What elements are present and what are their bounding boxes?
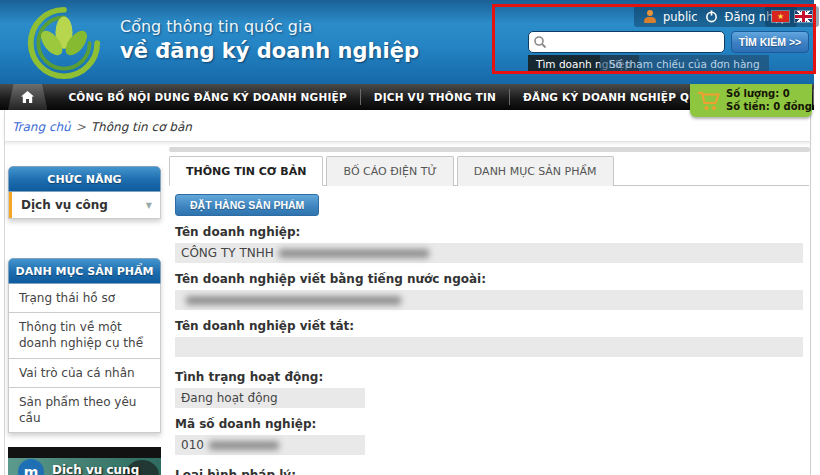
field-loai-hinh: Loại hình pháp lý: Công ty trách nhiệm h… <box>175 468 809 475</box>
sidebar-item-trang-thai-ho-so[interactable]: Trạng thái hồ sơ <box>8 284 161 313</box>
field-label: Tên doanh nghiệp: <box>175 225 809 239</box>
field-label: Tên doanh nghiệp viết tắt: <box>175 319 809 333</box>
banner-text: Dịch vụ cung <box>52 463 139 475</box>
english-flag-icon[interactable] <box>795 11 812 22</box>
breadcrumb-current: Thông tin cơ bản <box>91 120 192 134</box>
chevron-down-icon: ▼ <box>146 201 152 210</box>
home-button[interactable] <box>8 84 47 110</box>
tab-thong-tin-co-ban[interactable]: THÔNG TIN CƠ BẢN <box>169 156 323 186</box>
nav-item-cong-bo[interactable]: CÔNG BỐ NỘI DUNG ĐĂNG KÝ DOANH NGHIỆP <box>55 84 359 110</box>
content-top-divider <box>169 147 810 152</box>
header: Cổng thông tin quốc gia về đăng ký doanh… <box>0 0 814 84</box>
language-switcher: ★ <box>765 6 819 27</box>
field-value <box>175 290 803 310</box>
order-product-button[interactable]: ĐẶT HÀNG SẢN PHẨM <box>175 194 319 216</box>
cart-quantity: Số lượng: 0 <box>726 88 812 101</box>
search-input[interactable] <box>528 31 725 53</box>
search-tab-order-ref[interactable]: Số tham chiếu của đơn hàng <box>600 55 769 73</box>
main-content: THÔNG TIN CƠ BẢN BỐ CÁO ĐIỆN TỬ DANH MỤC… <box>169 155 809 475</box>
banner-logo-icon: m <box>18 459 44 475</box>
cart-summary[interactable]: Số lượng: 0 Số tiền: 0 đồng <box>690 84 812 117</box>
portal-title-line1: Cổng thông tin quốc gia <box>120 17 312 36</box>
home-icon <box>20 90 35 104</box>
power-icon[interactable] <box>705 10 718 23</box>
cart-amount: Số tiền: 0 đồng <box>726 101 812 114</box>
redacted-text <box>279 249 429 258</box>
field-ten-viet-tat: Tên doanh nghiệp viết tắt: <box>175 319 809 357</box>
banner-body: m Dịch vụ cung <box>8 458 161 475</box>
sidebar-banner[interactable]: m Dịch vụ cung <box>8 447 161 475</box>
field-label: Mã số doanh nghiệp: <box>175 417 809 431</box>
tab-content: ĐẶT HÀNG SẢN PHẨM Tên doanh nghiệp: CÔNG… <box>169 186 809 475</box>
sidebar-item-vai-tro-ca-nhan[interactable]: Vai trò của cá nhân <box>8 359 161 388</box>
redacted-text <box>186 296 401 305</box>
breadcrumb: Trang chủ > Thông tin cơ bản <box>4 112 811 142</box>
field-ten-nuoc-ngoai: Tên doanh nghiệp viết bằng tiếng nước ng… <box>175 272 809 310</box>
product-panel-title: DANH MỤC SẢN PHẨM <box>8 258 161 284</box>
field-value: Đang hoạt động <box>175 388 365 408</box>
redacted-text <box>209 441 279 450</box>
field-value <box>175 337 803 357</box>
function-panel: CHỨC NĂNG Dịch vụ công ▼ <box>8 166 161 219</box>
field-value-text: Đang hoạt động <box>181 391 278 405</box>
nav-separator <box>813 89 814 105</box>
field-value: CÔNG TY TNHH <box>175 243 803 263</box>
username: public <box>663 10 698 24</box>
sidebar-item-dich-vu-cong[interactable]: Dịch vụ công ▼ <box>8 192 161 219</box>
field-label: Tên doanh nghiệp viết bằng tiếng nước ng… <box>175 272 809 286</box>
field-value-text: CÔNG TY TNHH <box>181 246 274 260</box>
banner-top-strip <box>8 447 161 458</box>
search-button[interactable]: TÌM KIẾM >> <box>731 31 809 53</box>
field-label: Tình trạng hoạt động: <box>175 370 809 384</box>
field-ma-so: Mã số doanh nghiệp: 010 <box>175 417 809 455</box>
content-tabbar: THÔNG TIN CƠ BẢN BỐ CÁO ĐIỆN TỬ DANH MỤC… <box>169 155 809 186</box>
field-value: 010 <box>175 435 365 455</box>
portal-logo-icon <box>26 5 102 81</box>
product-panel: DANH MỤC SẢN PHẨM Trạng thái hồ sơ Thông… <box>8 258 161 433</box>
tab-danh-muc-san-pham[interactable]: DANH MỤC SẢN PHẨM <box>457 156 614 186</box>
portal-title-line2: về đăng ký doanh nghiệp <box>120 39 419 63</box>
vietnam-flag-icon[interactable]: ★ <box>772 11 789 22</box>
nav-item-dich-vu[interactable]: DỊCH VỤ THÔNG TIN <box>361 84 509 110</box>
function-panel-title: CHỨC NĂNG <box>8 166 161 192</box>
sidebar-item-label: Dịch vụ công <box>21 198 108 212</box>
field-ten-doanh-nghiep: Tên doanh nghiệp: CÔNG TY TNHH <box>175 225 809 263</box>
field-value-text: 010 <box>181 438 204 452</box>
field-tinh-trang: Tình trạng hoạt động: Đang hoạt động <box>175 370 809 408</box>
sidebar-item-san-pham-yeu-cau[interactable]: Sản phẩm theo yêu cầu <box>8 388 161 433</box>
breadcrumb-home-link[interactable]: Trang chủ <box>12 120 71 134</box>
page: Cổng thông tin quốc gia về đăng ký doanh… <box>0 0 820 475</box>
sidebar-item-thong-tin-doanh-nghiep[interactable]: Thông tin về một doanh nghiệp cụ thể <box>8 313 161 358</box>
user-icon <box>643 10 656 23</box>
field-label: Loại hình pháp lý: <box>175 468 809 475</box>
breadcrumb-separator: > <box>76 120 86 134</box>
tab-bo-cao-dien-tu[interactable]: BỐ CÁO ĐIỆN TỬ <box>326 156 453 186</box>
cart-icon <box>697 90 721 112</box>
